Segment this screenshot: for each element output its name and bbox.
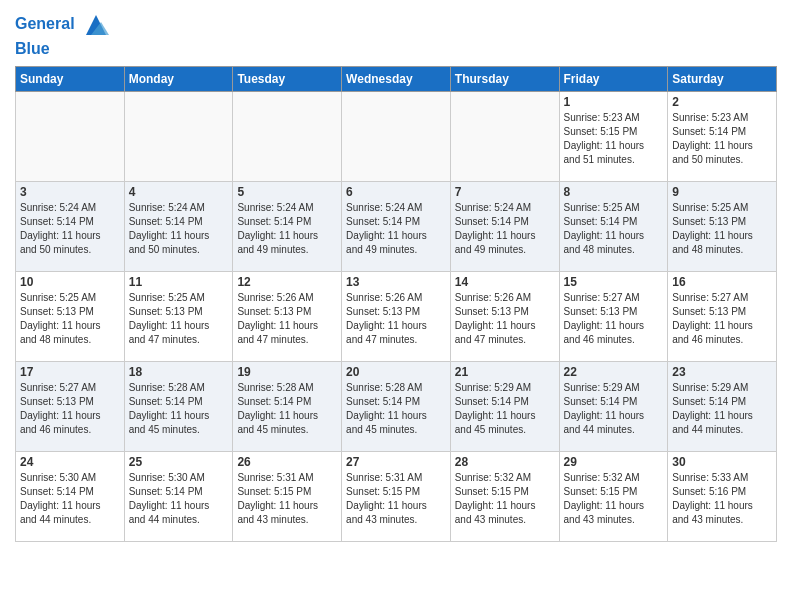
calendar-cell: 1Sunrise: 5:23 AM Sunset: 5:15 PM Daylig… bbox=[559, 91, 668, 181]
calendar-cell: 6Sunrise: 5:24 AM Sunset: 5:14 PM Daylig… bbox=[342, 181, 451, 271]
calendar-cell: 10Sunrise: 5:25 AM Sunset: 5:13 PM Dayli… bbox=[16, 271, 125, 361]
calendar-cell: 5Sunrise: 5:24 AM Sunset: 5:14 PM Daylig… bbox=[233, 181, 342, 271]
calendar-cell: 8Sunrise: 5:25 AM Sunset: 5:14 PM Daylig… bbox=[559, 181, 668, 271]
day-number: 5 bbox=[237, 185, 337, 199]
page: General Blue SundayMondayTuesdayWednesda… bbox=[0, 0, 792, 612]
day-info: Sunrise: 5:27 AM Sunset: 5:13 PM Dayligh… bbox=[20, 381, 120, 437]
week-row-2: 3Sunrise: 5:24 AM Sunset: 5:14 PM Daylig… bbox=[16, 181, 777, 271]
day-number: 21 bbox=[455, 365, 555, 379]
day-info: Sunrise: 5:31 AM Sunset: 5:15 PM Dayligh… bbox=[346, 471, 446, 527]
day-number: 7 bbox=[455, 185, 555, 199]
col-header-saturday: Saturday bbox=[668, 66, 777, 91]
day-number: 24 bbox=[20, 455, 120, 469]
calendar-cell: 24Sunrise: 5:30 AM Sunset: 5:14 PM Dayli… bbox=[16, 451, 125, 541]
day-number: 12 bbox=[237, 275, 337, 289]
calendar-cell: 2Sunrise: 5:23 AM Sunset: 5:14 PM Daylig… bbox=[668, 91, 777, 181]
calendar-cell: 28Sunrise: 5:32 AM Sunset: 5:15 PM Dayli… bbox=[450, 451, 559, 541]
calendar-cell: 21Sunrise: 5:29 AM Sunset: 5:14 PM Dayli… bbox=[450, 361, 559, 451]
day-number: 4 bbox=[129, 185, 229, 199]
calendar-cell bbox=[450, 91, 559, 181]
calendar-cell bbox=[233, 91, 342, 181]
day-info: Sunrise: 5:24 AM Sunset: 5:14 PM Dayligh… bbox=[20, 201, 120, 257]
calendar-cell bbox=[124, 91, 233, 181]
calendar-cell: 26Sunrise: 5:31 AM Sunset: 5:15 PM Dayli… bbox=[233, 451, 342, 541]
week-row-1: 1Sunrise: 5:23 AM Sunset: 5:15 PM Daylig… bbox=[16, 91, 777, 181]
calendar-cell: 3Sunrise: 5:24 AM Sunset: 5:14 PM Daylig… bbox=[16, 181, 125, 271]
logo-blue: Blue bbox=[15, 40, 111, 58]
day-info: Sunrise: 5:23 AM Sunset: 5:15 PM Dayligh… bbox=[564, 111, 664, 167]
day-info: Sunrise: 5:29 AM Sunset: 5:14 PM Dayligh… bbox=[455, 381, 555, 437]
calendar-cell: 17Sunrise: 5:27 AM Sunset: 5:13 PM Dayli… bbox=[16, 361, 125, 451]
calendar-cell: 29Sunrise: 5:32 AM Sunset: 5:15 PM Dayli… bbox=[559, 451, 668, 541]
day-number: 16 bbox=[672, 275, 772, 289]
day-number: 28 bbox=[455, 455, 555, 469]
day-info: Sunrise: 5:25 AM Sunset: 5:14 PM Dayligh… bbox=[564, 201, 664, 257]
calendar-cell: 9Sunrise: 5:25 AM Sunset: 5:13 PM Daylig… bbox=[668, 181, 777, 271]
week-row-3: 10Sunrise: 5:25 AM Sunset: 5:13 PM Dayli… bbox=[16, 271, 777, 361]
day-info: Sunrise: 5:30 AM Sunset: 5:14 PM Dayligh… bbox=[129, 471, 229, 527]
day-info: Sunrise: 5:32 AM Sunset: 5:15 PM Dayligh… bbox=[564, 471, 664, 527]
calendar-cell: 20Sunrise: 5:28 AM Sunset: 5:14 PM Dayli… bbox=[342, 361, 451, 451]
col-header-monday: Monday bbox=[124, 66, 233, 91]
day-info: Sunrise: 5:24 AM Sunset: 5:14 PM Dayligh… bbox=[346, 201, 446, 257]
calendar-cell: 25Sunrise: 5:30 AM Sunset: 5:14 PM Dayli… bbox=[124, 451, 233, 541]
col-header-friday: Friday bbox=[559, 66, 668, 91]
logo-general: General bbox=[15, 15, 75, 32]
day-number: 10 bbox=[20, 275, 120, 289]
day-info: Sunrise: 5:24 AM Sunset: 5:14 PM Dayligh… bbox=[455, 201, 555, 257]
day-number: 30 bbox=[672, 455, 772, 469]
day-number: 26 bbox=[237, 455, 337, 469]
calendar-cell: 30Sunrise: 5:33 AM Sunset: 5:16 PM Dayli… bbox=[668, 451, 777, 541]
day-number: 25 bbox=[129, 455, 229, 469]
week-row-4: 17Sunrise: 5:27 AM Sunset: 5:13 PM Dayli… bbox=[16, 361, 777, 451]
day-info: Sunrise: 5:31 AM Sunset: 5:15 PM Dayligh… bbox=[237, 471, 337, 527]
col-header-sunday: Sunday bbox=[16, 66, 125, 91]
calendar-cell: 22Sunrise: 5:29 AM Sunset: 5:14 PM Dayli… bbox=[559, 361, 668, 451]
calendar-cell: 12Sunrise: 5:26 AM Sunset: 5:13 PM Dayli… bbox=[233, 271, 342, 361]
day-number: 22 bbox=[564, 365, 664, 379]
logo-blue-text: Blue bbox=[15, 40, 50, 57]
day-number: 6 bbox=[346, 185, 446, 199]
day-info: Sunrise: 5:25 AM Sunset: 5:13 PM Dayligh… bbox=[20, 291, 120, 347]
day-number: 29 bbox=[564, 455, 664, 469]
day-info: Sunrise: 5:28 AM Sunset: 5:14 PM Dayligh… bbox=[237, 381, 337, 437]
calendar-cell: 15Sunrise: 5:27 AM Sunset: 5:13 PM Dayli… bbox=[559, 271, 668, 361]
day-number: 23 bbox=[672, 365, 772, 379]
day-number: 13 bbox=[346, 275, 446, 289]
calendar-cell: 11Sunrise: 5:25 AM Sunset: 5:13 PM Dayli… bbox=[124, 271, 233, 361]
day-info: Sunrise: 5:24 AM Sunset: 5:14 PM Dayligh… bbox=[237, 201, 337, 257]
day-info: Sunrise: 5:25 AM Sunset: 5:13 PM Dayligh… bbox=[672, 201, 772, 257]
day-info: Sunrise: 5:26 AM Sunset: 5:13 PM Dayligh… bbox=[346, 291, 446, 347]
calendar-cell: 4Sunrise: 5:24 AM Sunset: 5:14 PM Daylig… bbox=[124, 181, 233, 271]
calendar-cell: 14Sunrise: 5:26 AM Sunset: 5:13 PM Dayli… bbox=[450, 271, 559, 361]
day-number: 1 bbox=[564, 95, 664, 109]
calendar-cell: 23Sunrise: 5:29 AM Sunset: 5:14 PM Dayli… bbox=[668, 361, 777, 451]
day-info: Sunrise: 5:29 AM Sunset: 5:14 PM Dayligh… bbox=[564, 381, 664, 437]
day-number: 20 bbox=[346, 365, 446, 379]
day-number: 14 bbox=[455, 275, 555, 289]
day-info: Sunrise: 5:28 AM Sunset: 5:14 PM Dayligh… bbox=[129, 381, 229, 437]
day-info: Sunrise: 5:29 AM Sunset: 5:14 PM Dayligh… bbox=[672, 381, 772, 437]
day-info: Sunrise: 5:24 AM Sunset: 5:14 PM Dayligh… bbox=[129, 201, 229, 257]
day-info: Sunrise: 5:23 AM Sunset: 5:14 PM Dayligh… bbox=[672, 111, 772, 167]
header-row: SundayMondayTuesdayWednesdayThursdayFrid… bbox=[16, 66, 777, 91]
day-number: 27 bbox=[346, 455, 446, 469]
day-info: Sunrise: 5:27 AM Sunset: 5:13 PM Dayligh… bbox=[564, 291, 664, 347]
day-number: 3 bbox=[20, 185, 120, 199]
col-header-thursday: Thursday bbox=[450, 66, 559, 91]
day-number: 18 bbox=[129, 365, 229, 379]
col-header-wednesday: Wednesday bbox=[342, 66, 451, 91]
day-number: 15 bbox=[564, 275, 664, 289]
day-number: 11 bbox=[129, 275, 229, 289]
header: General Blue bbox=[15, 10, 777, 58]
calendar-cell bbox=[16, 91, 125, 181]
day-info: Sunrise: 5:30 AM Sunset: 5:14 PM Dayligh… bbox=[20, 471, 120, 527]
day-number: 8 bbox=[564, 185, 664, 199]
col-header-tuesday: Tuesday bbox=[233, 66, 342, 91]
day-info: Sunrise: 5:25 AM Sunset: 5:13 PM Dayligh… bbox=[129, 291, 229, 347]
day-info: Sunrise: 5:32 AM Sunset: 5:15 PM Dayligh… bbox=[455, 471, 555, 527]
calendar-cell: 16Sunrise: 5:27 AM Sunset: 5:13 PM Dayli… bbox=[668, 271, 777, 361]
day-number: 17 bbox=[20, 365, 120, 379]
day-number: 9 bbox=[672, 185, 772, 199]
calendar-table: SundayMondayTuesdayWednesdayThursdayFrid… bbox=[15, 66, 777, 542]
